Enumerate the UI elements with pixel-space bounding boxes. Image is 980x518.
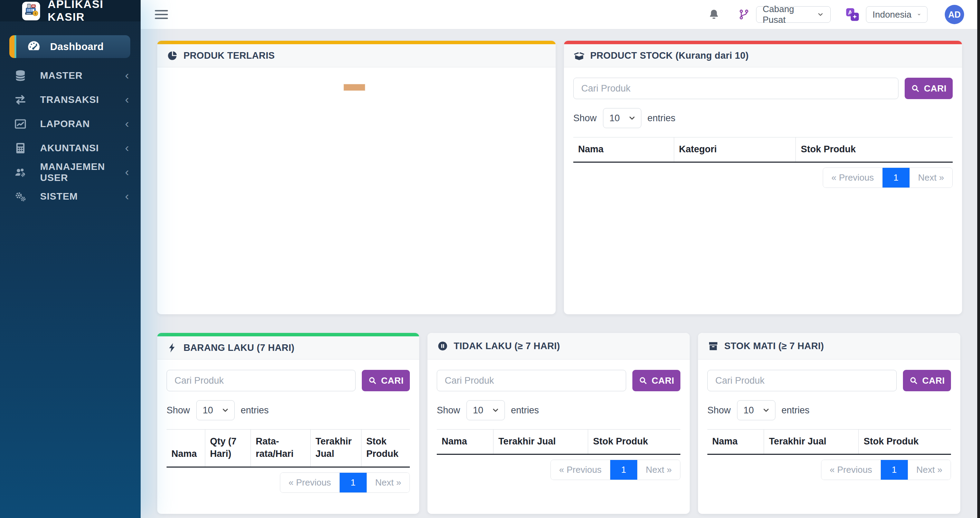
search-button[interactable]: CARI (362, 370, 410, 391)
chevron-down-icon (492, 406, 500, 415)
produk-terlaris-chart (157, 67, 556, 261)
search-button[interactable]: CARI (903, 370, 951, 391)
sidebar-item-dashboard[interactable]: Dashboard (10, 35, 130, 58)
sidebar-item-transaksi[interactable]: TRANSAKSI‹ (0, 88, 141, 112)
stok-mati-table: NamaTerakhir JualStok Produk (707, 429, 951, 455)
show-entries-row: Show 10 entries (573, 108, 953, 128)
chevron-down-icon (817, 10, 824, 19)
chevron-left-icon: ‹ (125, 69, 129, 81)
search-button[interactable]: CARI (905, 78, 953, 99)
pagination-previous[interactable]: « Previous (551, 460, 610, 480)
pagination-next[interactable]: Next » (367, 473, 409, 493)
avatar[interactable]: AD (945, 5, 964, 24)
column-header: Nama (707, 430, 764, 454)
entries-label: entries (241, 405, 269, 416)
card-stok-mati: STOK MATI (≥ 7 HARI) CARI Show 10 entrie… (698, 333, 960, 514)
chevron-left-icon: ‹ (125, 166, 129, 178)
column-header: Stok Produk (361, 430, 410, 467)
barang-laku-table: NamaQty (7 Hari)Rata-rata/HariTerakhir J… (167, 429, 410, 467)
app-root: APLIKASI KASIR DashboardMASTER‹TRANSAKSI… (0, 0, 980, 518)
top-header: Cabang Pusat Indonesia AD (141, 0, 980, 29)
chevron-left-icon: ‹ (125, 118, 129, 129)
hamburger-menu-icon[interactable] (155, 8, 168, 21)
card-title: STOK MATI (≥ 7 HARI) (724, 341, 824, 351)
sidebar-item-akuntansi[interactable]: AKUNTANSI‹ (0, 136, 141, 160)
sidebar-item-manajemen-user[interactable]: MANAJEMEN USER‹ (0, 160, 141, 184)
pagination-previous[interactable]: « Previous (821, 460, 880, 480)
branch-select[interactable]: Cabang Pusat (756, 6, 831, 23)
card-product-stock: PRODUCT STOCK (Kurang dari 10) CARI Show… (564, 41, 962, 314)
column-header: Kategori (674, 137, 796, 162)
card-title: BARANG LAKU (7 HARI) (183, 343, 294, 353)
pagination: « Previous 1 Next » (823, 167, 953, 188)
pagination-next[interactable]: Next » (910, 168, 952, 187)
pagination-page-1[interactable]: 1 (880, 460, 908, 480)
entries-label: entries (782, 405, 810, 416)
column-header: Terakhir Jual (764, 430, 859, 454)
chevron-left-icon: ‹ (125, 190, 129, 202)
branch-icon (738, 9, 750, 21)
search-input[interactable] (707, 370, 897, 391)
bell-icon[interactable] (708, 8, 720, 21)
page-size-select[interactable]: 10 (466, 400, 505, 420)
window-scrollbar[interactable] (977, 0, 980, 518)
search-input[interactable] (437, 370, 626, 391)
pagination-previous[interactable]: « Previous (823, 168, 882, 187)
sidebar-item-laporan[interactable]: LAPORAN‹ (0, 112, 141, 136)
users-gear-icon (14, 166, 27, 179)
search-row: CARI (573, 78, 953, 99)
card-header: TIDAK LAKU (≥ 7 HARI) (428, 333, 690, 359)
gauge-icon (27, 40, 41, 54)
search-button[interactable]: CARI (632, 370, 680, 391)
column-header: Rata-rata/Hari (251, 430, 311, 467)
search-row: CARI (707, 370, 951, 391)
pause-circle-icon (437, 340, 448, 351)
card-body: CARI Show 10 entries NamaKategoriStok Pr… (564, 67, 962, 188)
pagination-row: « Previous 1 Next » (707, 460, 951, 480)
show-entries-row: Show 10 entries (707, 400, 951, 420)
sidebar-item-master[interactable]: MASTER‹ (0, 64, 141, 88)
search-icon (909, 376, 918, 385)
pagination-page-1[interactable]: 1 (339, 473, 367, 493)
column-header: Stok Produk (796, 137, 953, 162)
language-select[interactable]: Indonesia (866, 6, 928, 23)
pagination-next[interactable]: Next » (637, 460, 680, 480)
pagination-next[interactable]: Next » (908, 460, 951, 480)
search-icon (911, 84, 920, 93)
column-header: Qty (7 Hari) (205, 430, 251, 467)
sidebar: APLIKASI KASIR DashboardMASTER‹TRANSAKSI… (0, 0, 141, 518)
page-size-select[interactable]: 10 (737, 400, 775, 420)
page-size-value: 10 (203, 405, 213, 416)
pagination-page-1[interactable]: 1 (610, 460, 637, 480)
column-header: Nama (437, 430, 493, 454)
active-accent-bar (10, 35, 14, 58)
show-label: Show (167, 405, 190, 416)
search-input[interactable] (573, 78, 899, 99)
chevron-down-icon (762, 406, 770, 415)
chart-legend-swatch[interactable] (344, 84, 365, 91)
exchange-icon (14, 93, 27, 106)
card-header: PRODUCT STOCK (Kurang dari 10) (564, 44, 962, 67)
chevron-down-icon (628, 114, 636, 122)
tidak-laku-table: NamaTerakhir JualStok Produk (437, 429, 680, 455)
header-actions: Cabang Pusat Indonesia AD (708, 5, 964, 24)
search-input[interactable] (167, 370, 356, 391)
pagination-previous[interactable]: « Previous (280, 473, 339, 493)
card-title: TIDAK LAKU (≥ 7 HARI) (454, 341, 560, 351)
show-label: Show (573, 113, 597, 124)
pagination-row: « Previous 1 Next » (573, 167, 953, 188)
pagination-row: « Previous 1 Next » (167, 472, 410, 493)
search-row: CARI (437, 370, 680, 391)
card-accent-bar (157, 333, 419, 336)
card-body: CARI Show 10 entries NamaTerakhir JualSt… (428, 359, 690, 480)
sidebar-item-label: MANAJEMEN USER (40, 161, 125, 183)
chevron-down-icon (917, 10, 921, 19)
page-size-select[interactable]: 10 (603, 108, 641, 128)
language-select-value: Indonesia (873, 10, 912, 20)
pagination-page-1[interactable]: 1 (882, 168, 910, 187)
chevron-left-icon: ‹ (125, 93, 129, 105)
page-size-select[interactable]: 10 (196, 400, 235, 420)
sidebar-item-sistem[interactable]: SISTEM‹ (0, 184, 141, 208)
entries-label: entries (511, 405, 539, 416)
branch-select-value: Cabang Pusat (763, 4, 811, 25)
